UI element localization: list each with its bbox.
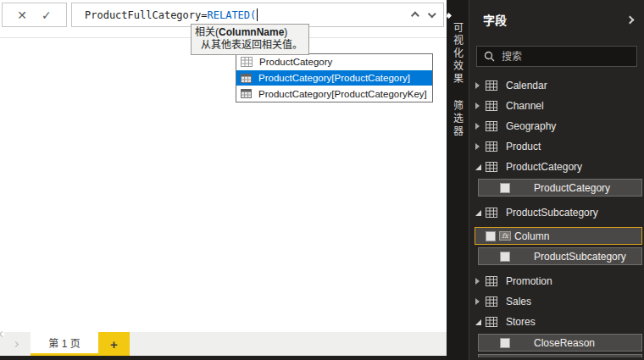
collapsed-panes-strip: 可视化效果 筛选器: [447, 0, 469, 360]
commit-icon[interactable]: ✓: [42, 9, 52, 21]
intellisense-dropdown: ProductCategory ProductCategory[ProductC…: [236, 53, 433, 102]
field-column-active[interactable]: fx Column: [475, 227, 642, 245]
prev-page-icon[interactable]: [0, 331, 5, 337]
table-icon: [486, 276, 497, 286]
expand-triangle-icon[interactable]: [475, 210, 481, 216]
collapse-triangle-icon[interactable]: [475, 143, 480, 150]
fields-search-box[interactable]: [476, 46, 637, 67]
table-icon: [486, 141, 497, 152]
table-icon: [486, 121, 497, 131]
field-productsubcategory[interactable]: ProductSubcategory: [478, 247, 642, 265]
collapse-triangle-icon[interactable]: [475, 298, 480, 305]
field-table-geography[interactable]: Geography: [469, 116, 644, 136]
expand-triangle-icon[interactable]: [475, 164, 481, 170]
suggestion-item-selected[interactable]: ProductCategory[ProductCategory]: [236, 70, 432, 86]
field-table-promotion[interactable]: Promotion: [469, 271, 644, 291]
collapse-triangle-icon[interactable]: [475, 123, 480, 130]
bottom-edge-strip: [0, 356, 447, 360]
table-icon: [486, 80, 497, 91]
chevron-down-icon[interactable]: [428, 9, 436, 18]
fields-tree: Calendar Channel Geography: [469, 75, 644, 357]
column-icon: [241, 74, 252, 83]
field-row-partial: [478, 354, 642, 357]
plus-icon: +: [110, 337, 118, 352]
field-table-productcategory[interactable]: ProductCategory: [469, 157, 644, 177]
field-table-stores[interactable]: Stores: [469, 312, 644, 332]
chevron-left-icon[interactable]: [446, 13, 452, 19]
cancel-icon[interactable]: ✕: [17, 9, 27, 21]
field-checkbox[interactable]: [500, 183, 510, 193]
suggestion-item[interactable]: ProductCategory[ProductCategoryKey]: [236, 86, 432, 102]
tab-filters[interactable]: 筛选器: [451, 100, 465, 138]
suggestion-item[interactable]: ProductCategory: [236, 54, 432, 70]
tab-page-1[interactable]: 第 1 页: [31, 332, 98, 356]
column-icon: [241, 89, 252, 98]
collapse-triangle-icon[interactable]: [475, 278, 480, 285]
field-table-sales[interactable]: Sales: [469, 291, 644, 312]
field-checkbox[interactable]: [486, 231, 496, 241]
fields-pane: 字段 Calendar Channel: [469, 0, 644, 360]
table-icon: [486, 317, 497, 327]
field-table-product[interactable]: Product: [469, 136, 644, 157]
search-icon: [484, 51, 495, 62]
table-icon: [486, 208, 497, 218]
function-description: 从其他表返回相关值。: [195, 39, 303, 52]
tab-visualizations[interactable]: 可视化效果: [451, 22, 465, 86]
collapse-triangle-icon[interactable]: [475, 102, 480, 109]
page-tab-bar: 第 1 页 +: [0, 332, 447, 356]
table-icon: [486, 101, 497, 111]
page-nav-buttons: [0, 332, 31, 356]
field-table-calendar[interactable]: Calendar: [469, 75, 644, 96]
collapse-triangle-icon[interactable]: [475, 82, 480, 89]
formula-scroll-buttons: [411, 3, 436, 28]
table-icon: [241, 57, 253, 67]
field-checkbox[interactable]: [500, 338, 510, 348]
field-table-productsubcategory[interactable]: ProductSubcategory: [469, 202, 644, 223]
field-table-channel[interactable]: Channel: [469, 96, 644, 116]
expand-triangle-icon[interactable]: [475, 319, 481, 325]
text-caret: [257, 8, 258, 21]
function-signature: 相关(ColumnName): [195, 26, 303, 39]
chevron-up-icon[interactable]: [411, 12, 419, 20]
function-tooltip: 相关(ColumnName) 从其他表返回相关值。: [191, 24, 309, 55]
chevron-right-icon[interactable]: [626, 15, 635, 24]
add-page-button[interactable]: +: [98, 332, 130, 356]
fields-pane-title: 字段: [483, 11, 627, 28]
powerbi-window: ✕ ✓ ProductFullCategory=RELATED( 第 1 页 +: [0, 0, 644, 360]
table-icon: [486, 162, 497, 172]
calculated-column-icon: fx: [499, 231, 511, 241]
fields-pane-header: 字段: [469, 0, 644, 39]
formula-function-text: RELATED(: [208, 9, 257, 21]
field-closereason[interactable]: CloseReason: [478, 334, 642, 352]
formula-action-group: ✕ ✓: [2, 3, 67, 27]
field-productcategory[interactable]: ProductCategory: [478, 179, 642, 197]
search-input[interactable]: [502, 51, 630, 63]
field-checkbox[interactable]: [500, 252, 510, 262]
formula-name-text: ProductFullCategory=: [85, 9, 208, 21]
table-icon: [486, 296, 497, 307]
next-page-icon[interactable]: [12, 341, 18, 346]
